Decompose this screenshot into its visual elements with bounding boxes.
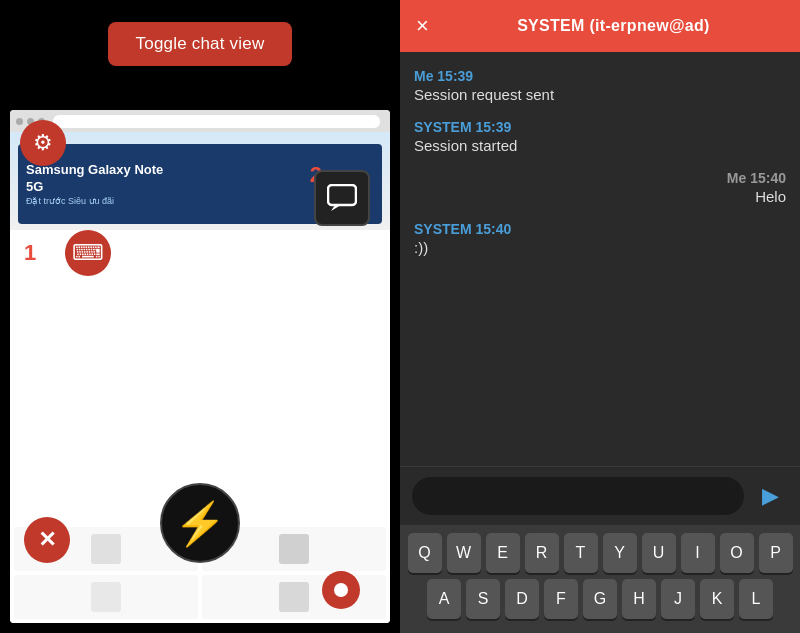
message-1: Me 15:39 Session request sent — [414, 68, 786, 103]
key-u[interactable]: U — [642, 533, 676, 573]
key-y[interactable]: Y — [603, 533, 637, 573]
key-q[interactable]: Q — [408, 533, 442, 573]
chat-close-button[interactable]: × — [416, 15, 429, 37]
message-2: SYSTEM 15:39 Session started — [414, 119, 786, 154]
key-p[interactable]: P — [759, 533, 793, 573]
chat-input-area: ▶ — [400, 466, 800, 525]
key-j[interactable]: J — [661, 579, 695, 619]
msg-text-2: Session started — [414, 137, 786, 154]
key-g[interactable]: G — [583, 579, 617, 619]
key-e[interactable]: E — [486, 533, 520, 573]
toggle-chat-button[interactable]: Toggle chat view — [108, 22, 293, 66]
key-r[interactable]: R — [525, 533, 559, 573]
key-h[interactable]: H — [622, 579, 656, 619]
message-4: SYSTEM 15:40 :)) — [414, 221, 786, 256]
right-panel: × SYSTEM (it-erpnew@ad) Me 15:39 Session… — [400, 0, 800, 633]
chat-title: SYSTEM (it-erpnew@ad) — [443, 17, 784, 35]
msg-text-3: Helo — [755, 188, 786, 205]
msg-sender-1: Me 15:39 — [414, 68, 786, 84]
browser-url-bar — [53, 115, 380, 128]
msg-sender-2: SYSTEM 15:39 — [414, 119, 786, 135]
send-button[interactable]: ▶ — [752, 478, 788, 514]
record-button[interactable] — [322, 571, 360, 609]
chat-messages: Me 15:39 Session request sent SYSTEM 15:… — [400, 52, 800, 466]
key-k[interactable]: K — [700, 579, 734, 619]
key-w[interactable]: W — [447, 533, 481, 573]
message-3: Me 15:40 Helo — [414, 170, 786, 205]
msg-text-4: :)) — [414, 239, 786, 256]
browser-bar — [10, 110, 390, 132]
keyboard-area: Q W E R T Y U I O P A S D F G H J K L — [400, 525, 800, 633]
key-f[interactable]: F — [544, 579, 578, 619]
msg-sender-3: Me 15:40 — [727, 170, 786, 186]
browser-dot-1 — [16, 118, 23, 125]
left-panel: Toggle chat view Samsung Galaxy Note5G Đ… — [0, 0, 400, 633]
lightning-button[interactable]: ⚡ — [160, 483, 240, 563]
close-button[interactable]: ✕ — [24, 517, 70, 563]
key-a[interactable]: A — [427, 579, 461, 619]
key-s[interactable]: S — [466, 579, 500, 619]
chat-icon-button[interactable] — [314, 170, 370, 226]
gear-button[interactable]: ⚙ — [20, 120, 66, 166]
banner-text-big: Samsung Galaxy Note5G — [26, 162, 163, 196]
msg-text-1: Session request sent — [414, 86, 786, 103]
chat-input[interactable] — [412, 477, 744, 515]
keyboard-row-1: Q W E R T Y U I O P — [406, 533, 794, 573]
chat-header: × SYSTEM (it-erpnew@ad) — [400, 0, 800, 52]
keyboard-button[interactable]: ⌨ — [65, 230, 111, 276]
key-i[interactable]: I — [681, 533, 715, 573]
msg-sender-4: SYSTEM 15:40 — [414, 221, 786, 237]
key-d[interactable]: D — [505, 579, 539, 619]
svg-rect-0 — [328, 185, 356, 205]
key-l[interactable]: L — [739, 579, 773, 619]
keyboard-row-2: A S D F G H J K L — [406, 579, 794, 619]
banner-text-small: Đặt trước Siêu ưu đãi — [26, 196, 163, 206]
key-o[interactable]: O — [720, 533, 754, 573]
key-t[interactable]: T — [564, 533, 598, 573]
grid-item-3 — [14, 575, 198, 619]
